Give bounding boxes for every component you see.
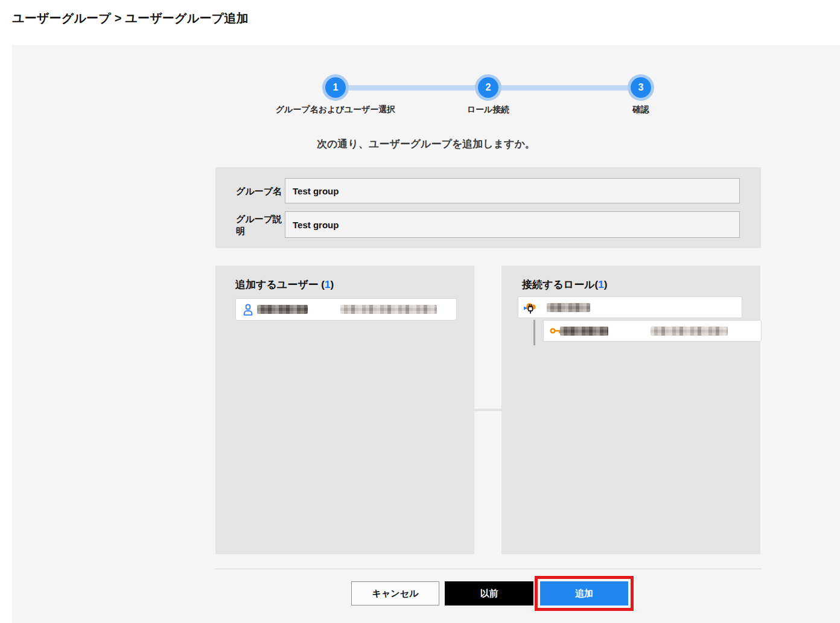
users-panel-title: 追加するユーザー (1) bbox=[235, 278, 334, 292]
footer-divider bbox=[215, 569, 762, 569]
user-group-add-page: ユーザーグループ > ユーザーグループ追加 1 2 3 グループ名およびユーザー… bbox=[0, 0, 840, 623]
users-panel-title-close: ) bbox=[330, 279, 334, 290]
main-container: 1 2 3 グループ名およびユーザー選択 ロール接続 確認 次の通り、ユーザーグ… bbox=[12, 45, 840, 623]
step-1-circle: 1 bbox=[322, 74, 349, 101]
step-2-circle: 2 bbox=[475, 74, 501, 101]
confirmation-message: 次の通り、ユーザーグループを追加しますか。 bbox=[12, 137, 840, 151]
users-panel: 追加するユーザー (1) bbox=[215, 266, 474, 554]
redacted-username bbox=[257, 305, 308, 314]
roles-panel-title-close: ) bbox=[604, 279, 608, 290]
role-tree-connector bbox=[533, 320, 535, 345]
roles-count: 1 bbox=[598, 279, 603, 290]
group-description-label: グループ説明 bbox=[236, 213, 284, 237]
redacted-email bbox=[340, 305, 437, 314]
step-3-circle: 3 bbox=[628, 74, 654, 101]
group-description-field[interactable]: Test group bbox=[285, 211, 740, 238]
redacted-role-name bbox=[560, 327, 608, 336]
panels-connector-line bbox=[474, 409, 501, 411]
role-list-item bbox=[543, 320, 762, 342]
user-list-item bbox=[235, 298, 457, 321]
cloud-connection-icon bbox=[522, 299, 539, 316]
add-button[interactable]: 追加 bbox=[540, 581, 628, 605]
cancel-button[interactable]: キャンセル bbox=[351, 581, 439, 605]
breadcrumb: ユーザーグループ > ユーザーグループ追加 bbox=[12, 10, 249, 27]
redacted-role-detail bbox=[651, 327, 728, 336]
previous-button[interactable]: 以前 bbox=[445, 581, 533, 605]
step-3-number: 3 bbox=[631, 77, 651, 98]
roles-panel-title: 接続するロール(1) bbox=[522, 278, 607, 292]
role-service-item bbox=[518, 296, 742, 318]
step-3-label: 確認 bbox=[544, 104, 737, 115]
roles-panel-title-text: 接続するロール( bbox=[522, 279, 598, 290]
step-2-number: 2 bbox=[478, 77, 498, 98]
add-button-highlight-frame: 追加 bbox=[535, 576, 634, 611]
user-icon bbox=[242, 303, 254, 316]
group-name-label: グループ名 bbox=[236, 185, 284, 197]
group-name-field[interactable]: Test group bbox=[285, 178, 740, 203]
step-1-number: 1 bbox=[325, 77, 346, 98]
users-panel-title-text: 追加するユーザー ( bbox=[235, 279, 325, 290]
roles-panel: 接続するロール(1) bbox=[501, 266, 760, 554]
redacted-service-name bbox=[547, 303, 590, 312]
group-summary-box: グループ名 Test group グループ説明 Test group bbox=[215, 167, 761, 248]
